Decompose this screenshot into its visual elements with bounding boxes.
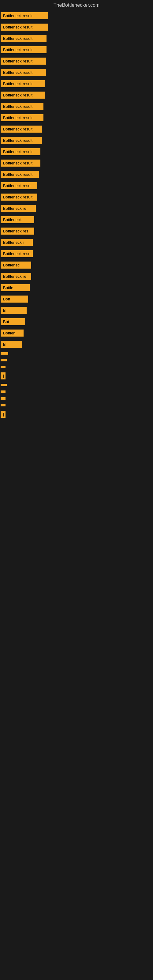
bar-row: Bottleneck result [0,33,153,45]
bottleneck-result-bar[interactable]: | [1,411,5,418]
bar-row: Bottleneck re [0,203,153,215]
bottleneck-result-bar[interactable]: B [1,307,27,314]
bottleneck-result-bar[interactable]: Bottleneck result [1,159,40,167]
bar-row: Bottleneck result [0,56,153,67]
bottleneck-result-bar[interactable]: Bottleneck result [1,171,39,178]
bottleneck-result-bar[interactable]: Bottleneck result [1,24,48,30]
bar-row: Bottleneck r [0,237,153,248]
bar-row: Bottleneck res [0,226,153,237]
bottleneck-result-bar[interactable]: | [1,372,5,379]
bar-row: Bottleneck re [0,271,153,282]
bottleneck-result-bar[interactable]: Bottleneck result [1,80,45,87]
bottleneck-result-bar[interactable]: Bottleneck result [1,126,42,133]
bottleneck-result-bar[interactable]: Bottlenec [1,261,31,269]
bottleneck-result-bar[interactable]: Bottleneck [1,216,34,223]
bottleneck-result-bar[interactable]: Bottleneck result [1,148,40,155]
bar-row: Bottleneck result [0,146,153,158]
bar-row: Bottlenec [0,260,153,271]
bottleneck-result-bar[interactable]: B [1,341,22,348]
bottleneck-result-bar[interactable]: Bottleneck result [1,35,46,42]
site-title: TheBottlenecker.com [0,0,153,10]
bottleneck-result-bar[interactable]: Bottlen [1,329,24,337]
bottleneck-result-bar[interactable] [1,404,5,406]
bars-container: Bottleneck resultBottleneck resultBottle… [0,10,153,420]
bar-row: Bottleneck result [0,10,153,22]
bottleneck-result-bar[interactable]: Bottleneck result [1,137,42,144]
bar-row: | [0,409,153,420]
bar-row: Bott [0,294,153,305]
bar-row [0,402,153,409]
bar-row [0,382,153,389]
bottleneck-result-bar[interactable] [1,397,5,400]
bottleneck-result-bar[interactable]: Bottleneck re [1,273,31,280]
bottleneck-result-bar[interactable] [1,384,7,386]
bar-row: Bottleneck [0,215,153,226]
bottleneck-result-bar[interactable]: Bottleneck resu [1,250,33,257]
bar-row: Bottleneck result [0,90,153,101]
bottleneck-result-bar[interactable]: Bottle [1,284,30,291]
bottleneck-result-bar[interactable]: Bottleneck result [1,12,48,19]
bar-row: B [0,305,153,317]
bar-row: Bottle [0,282,153,294]
bar-row [0,395,153,402]
bar-row: Bottleneck result [0,45,153,56]
bar-row: Bottleneck resu [0,248,153,260]
bottleneck-result-bar[interactable]: Bottleneck result [1,194,37,200]
bar-row: Bottleneck result [0,78,153,90]
bottleneck-result-bar[interactable]: Bottleneck result [1,57,46,65]
bottleneck-result-bar[interactable]: Bot [1,318,25,325]
bar-row: Bot [0,317,153,328]
bottleneck-result-bar[interactable]: Bottleneck result [1,114,43,121]
bar-row: B [0,339,153,350]
bottleneck-result-bar[interactable]: Bottleneck res [1,228,34,235]
bar-row: Bottleneck result [0,101,153,112]
bar-row [0,357,153,364]
bar-row: | [0,371,153,382]
bar-row: Bottleneck result [0,67,153,78]
bottleneck-result-bar[interactable] [1,390,5,393]
bar-row: Bottleneck result [0,169,153,180]
bottleneck-result-bar[interactable]: Bottleneck re [1,205,36,212]
bar-row: Bottleneck result [0,124,153,135]
bar-row: Bottleneck result [0,22,153,33]
bar-row [0,389,153,395]
bar-row: Bottleneck result [0,158,153,169]
bottleneck-result-bar[interactable]: Bott [1,296,28,302]
bar-row [0,364,153,371]
bottleneck-result-bar[interactable]: Bottleneck result [1,103,43,110]
bar-row: Bottleneck result [0,192,153,203]
bottleneck-result-bar[interactable]: Bottleneck resu [1,182,37,189]
bottleneck-result-bar[interactable]: Bottleneck result [1,46,46,53]
bottleneck-result-bar[interactable] [1,352,8,355]
bar-row: Bottleneck result [0,112,153,124]
bottleneck-result-bar[interactable] [1,359,7,361]
bottleneck-result-bar[interactable]: Bottleneck result [1,69,46,76]
bar-row: Bottleneck resu [0,180,153,192]
bottleneck-result-bar[interactable]: Bottleneck result [1,92,45,99]
bar-row [0,350,153,357]
bar-row: Bottlen [0,328,153,339]
bar-row: Bottleneck result [0,135,153,146]
bottleneck-result-bar[interactable] [1,366,5,368]
bottleneck-result-bar[interactable]: Bottleneck r [1,239,33,246]
